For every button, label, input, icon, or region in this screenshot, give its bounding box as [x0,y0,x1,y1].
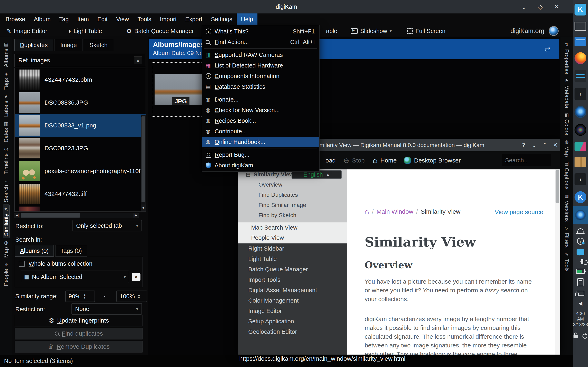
menu-album[interactable]: Album [30,13,55,25]
sidebar-tab-timeline[interactable]: ◷Timeline [3,144,9,176]
desktop-browser-button[interactable]: Desktop Browser [404,151,461,169]
list-item[interactable]: DSC08836.JPG [15,91,146,114]
maximize-icon[interactable]: ◇ [536,3,544,10]
doc-nav-item[interactable]: Find by Sketch [238,210,347,220]
reload-button[interactable]: oad [325,151,336,169]
updates-icon[interactable]: ↑ [577,238,584,245]
expand-tray-icon[interactable]: ◀ [579,300,582,306]
terminal-icon[interactable]: › [575,173,586,185]
menu-item-find-action[interactable]: Find Action... Ctrl+Alt+I [202,37,319,47]
home-button[interactable]: ⌂ Home [373,151,397,169]
close-icon[interactable]: ✕ [551,139,560,151]
close-icon[interactable]: ✕ [553,3,561,10]
menu-tools[interactable]: Tools [133,13,156,25]
menu-item-detected-hardware[interactable]: ▦ List of Detected Hardware [202,60,319,71]
package-icon[interactable] [575,157,586,167]
sidebar-tab-tools[interactable]: ✎Tools [563,250,570,274]
collapse-icon[interactable]: ⊟ [246,171,251,178]
menu-help[interactable]: Help [237,13,258,25]
search-input[interactable] [502,154,551,166]
whole-albums-checkbox-row[interactable]: Whole albums collection [19,260,93,267]
list-item[interactable]: pexels-chevanon-photography-11080 [15,160,146,183]
scroll-right-icon[interactable]: ▶ [133,213,139,218]
power-icon[interactable] [582,334,587,339]
sidebar-tab-metadata[interactable]: ⚑Metadata [563,76,570,110]
view-page-source-link[interactable]: View page source [495,209,543,216]
kde-launcher-icon[interactable]: K [575,4,586,16]
clear-album-button[interactable]: ✕ [132,273,140,281]
menu-item-contribute[interactable]: ◍ Contribute... [202,126,319,137]
full-screen-button[interactable]: Full Screen [407,25,445,37]
menu-item-whats-this[interactable]: i What's This? Shift+F1 [202,26,319,37]
menu-view[interactable]: View [112,13,133,25]
sidebar-tab-captions[interactable]: ▤Captions [563,159,570,192]
list-item[interactable] [15,205,146,212]
tab-image[interactable]: Image [54,39,82,51]
list-item[interactable]: 4324477432.tiff [15,183,146,205]
menu-settings[interactable]: Settings [207,13,237,25]
tab-sketch[interactable]: Sketch [84,39,113,51]
terminal-icon[interactable]: › [575,88,586,100]
scroll-down-icon[interactable]: ▼ [141,205,146,211]
sidebar-tab-labels[interactable]: ★Labels [3,92,9,119]
camera-lens-icon[interactable] [575,124,586,136]
fir efox-icon[interactable] [575,52,586,64]
list-item[interactable]: 4324477432.pbm [15,68,146,91]
screen-recorder-icon[interactable] [575,142,586,151]
stop-button[interactable]: ⊖ Stop [343,151,365,169]
kde-app-icon[interactable]: K [575,191,586,203]
messages-icon[interactable] [577,249,584,255]
menu-item-donate[interactable]: ◍ Donate... [202,94,319,105]
volume-icon[interactable] [578,259,583,264]
battery-icon[interactable] [576,269,585,274]
ref-images-header[interactable]: Ref. images ▲ [14,54,146,67]
sidebar-tab-properties[interactable]: ⇅Properties [563,40,570,76]
remove-duplicates-button[interactable]: 🗑 Remove Duplicates [15,341,143,352]
horizontal-scrollbar[interactable]: ◀ ▶ [14,213,139,218]
scrollbar-thumb[interactable] [141,117,145,202]
sidebar-tab-map[interactable]: ◍Map [3,238,9,260]
menu-edit[interactable]: Edit [93,13,112,25]
doc-nav-item[interactable]: People View [238,233,347,243]
doc-nav-item[interactable]: Import Tools [238,275,347,285]
network-icon[interactable] [577,291,584,296]
menu-item-recipes-book[interactable]: ◍ Recipes Book... [202,115,319,126]
app-titlebar[interactable]: digiKam ⌄ ◇ ✕ [0,0,573,13]
slideshow-button[interactable]: Slideshow ▾ [351,25,392,37]
file-manager-icon[interactable] [575,37,586,46]
find-duplicates-button[interactable]: Find duplicates [15,328,143,340]
sidebar-tab-albums[interactable]: ▤Albums [3,40,9,69]
digikam-logo-icon[interactable] [549,26,559,36]
digikam-active-task[interactable] [573,206,588,224]
scrollbar-thumb[interactable] [21,213,80,217]
doc-nav-item[interactable]: Map Search View [238,222,347,233]
minimize-icon[interactable]: ⌄ [520,3,528,10]
doc-nav-item[interactable]: Right Sidebar [238,243,347,254]
menu-item-components-info[interactable]: i Components Information [202,71,319,81]
sidebar-tab-similarity[interactable]: ✎Similarity [3,205,9,238]
doc-nav-item[interactable]: Overview [238,180,347,190]
menu-import[interactable]: Import [156,13,181,25]
toolbar-fragment[interactable]: able [326,25,337,37]
doc-nav-item[interactable]: Color Management [238,295,347,306]
sidebar-tab-filters[interactable]: ▽Filters [563,224,570,250]
update-fingerprints-button[interactable]: ⚙ Update fingerprints [15,315,143,326]
doc-nav-item[interactable]: Digital Asset Management [238,285,347,295]
digikam-org-link[interactable]: digiKam.org [511,25,544,37]
restrict-to-select[interactable]: Only selected tab ▾ [72,220,142,231]
settings-icon[interactable] [575,70,586,82]
stepper-arrows-icon[interactable]: ▲▼ [138,293,140,299]
sidebar-tab-dates[interactable]: ▦Dates [3,119,9,145]
vertical-scrollbar[interactable]: ▼ [141,115,146,211]
checkbox-unchecked[interactable] [19,261,25,267]
sidebar-tab-search[interactable]: ◌Search [3,176,9,205]
menu-item-database-statistics[interactable]: ▤ Database Statistics [202,81,319,92]
doc-nav-item[interactable]: Geolocation Editor [238,327,347,337]
lock-icon[interactable] [573,334,578,338]
sidebar-tab-map-right[interactable]: ◍Map [563,137,570,159]
image-editor-button[interactable]: ✎ Image Editor [6,25,47,37]
usb-device-icon[interactable] [577,278,584,286]
scrollbar-thumb[interactable] [555,170,559,203]
sidebar-tab-people[interactable]: ☺People [3,260,9,288]
doc-nav-item[interactable]: Image Editor [238,306,347,316]
